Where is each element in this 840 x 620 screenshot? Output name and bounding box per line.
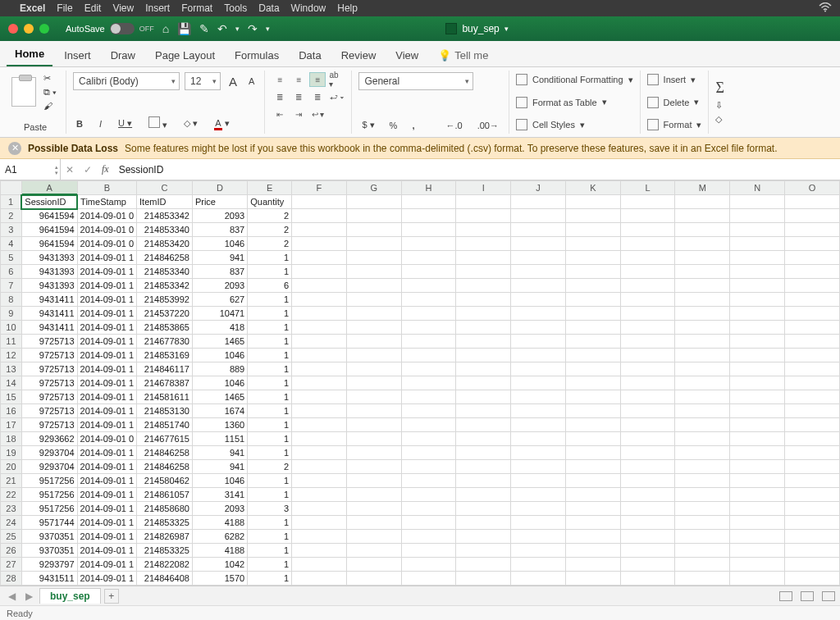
cell[interactable] xyxy=(456,251,511,265)
cell[interactable] xyxy=(565,572,620,586)
cell[interactable]: 418 xyxy=(192,321,247,335)
cell[interactable]: 9431411 xyxy=(21,293,77,307)
cell[interactable] xyxy=(620,572,675,586)
increase-font-icon[interactable]: A xyxy=(226,73,240,90)
cell[interactable] xyxy=(785,418,840,432)
cell[interactable]: 2014-09-01 1 xyxy=(77,279,136,293)
increase-decimal-button[interactable]: ←.0 xyxy=(442,119,465,132)
cell[interactable] xyxy=(292,558,347,572)
cell[interactable] xyxy=(346,335,401,349)
cell[interactable] xyxy=(346,544,401,558)
cell[interactable]: 214853340 xyxy=(137,265,193,279)
cell[interactable]: 2014-09-01 1 xyxy=(77,544,136,558)
cell[interactable]: 1 xyxy=(248,335,292,349)
cell[interactable] xyxy=(565,460,620,474)
cell[interactable]: 214861057 xyxy=(137,488,193,502)
cell[interactable] xyxy=(620,390,675,404)
cell[interactable] xyxy=(730,544,785,558)
cell[interactable]: 2014-09-01 1 xyxy=(77,404,136,418)
cell[interactable] xyxy=(292,446,347,460)
app-name[interactable]: Excel xyxy=(20,2,45,14)
cell[interactable] xyxy=(346,349,401,362)
cell[interactable] xyxy=(675,335,730,349)
column-header[interactable]: O xyxy=(785,181,840,195)
cell[interactable] xyxy=(401,251,456,265)
cell[interactable] xyxy=(730,404,785,418)
cell[interactable]: 214858680 xyxy=(137,502,193,516)
cell[interactable] xyxy=(785,293,840,307)
cell[interactable]: 1 xyxy=(248,349,292,362)
cell[interactable] xyxy=(565,265,620,279)
cell[interactable] xyxy=(620,265,675,279)
cell[interactable] xyxy=(511,223,566,237)
cell[interactable]: 1360 xyxy=(192,418,247,432)
cell[interactable] xyxy=(675,376,730,390)
cell[interactable] xyxy=(730,376,785,390)
tab-home[interactable]: Home xyxy=(7,43,52,66)
cell[interactable] xyxy=(565,251,620,265)
cell[interactable] xyxy=(511,404,566,418)
cell[interactable] xyxy=(675,488,730,502)
cell[interactable] xyxy=(292,195,347,209)
wifi-icon[interactable] xyxy=(819,2,832,15)
cell[interactable] xyxy=(456,195,511,209)
cell[interactable] xyxy=(292,251,347,265)
cell[interactable] xyxy=(675,209,730,223)
cell[interactable] xyxy=(401,307,456,321)
cell[interactable] xyxy=(620,558,675,572)
cell[interactable] xyxy=(511,265,566,279)
cell[interactable]: 2014-09-01 1 xyxy=(77,418,136,432)
cell[interactable] xyxy=(675,265,730,279)
cell[interactable]: 2014-09-01 1 xyxy=(77,572,136,586)
cell[interactable] xyxy=(565,558,620,572)
cell[interactable]: 3141 xyxy=(192,488,247,502)
cell[interactable]: 214826987 xyxy=(137,530,193,544)
merge-icon[interactable]: ⮐ ▾ xyxy=(328,89,345,104)
delete-cells-button[interactable]: Delete ▾ xyxy=(647,97,702,108)
row-header[interactable]: 21 xyxy=(1,474,22,488)
cell[interactable] xyxy=(565,223,620,237)
cell[interactable]: 2014-09-01 1 xyxy=(77,474,136,488)
cell[interactable] xyxy=(565,516,620,530)
cell[interactable] xyxy=(785,432,840,446)
cell[interactable] xyxy=(401,237,456,251)
cell[interactable]: 214846258 xyxy=(137,251,193,265)
cell[interactable] xyxy=(511,558,566,572)
cell[interactable] xyxy=(292,460,347,474)
cell[interactable]: 1 xyxy=(248,376,292,390)
cell[interactable] xyxy=(565,209,620,223)
cell[interactable] xyxy=(511,516,566,530)
cell[interactable] xyxy=(675,293,730,307)
cell[interactable]: 2014-09-01 0 xyxy=(77,209,136,223)
menu-file[interactable]: File xyxy=(57,2,72,14)
cell[interactable] xyxy=(346,488,401,502)
cell[interactable] xyxy=(511,209,566,223)
cell[interactable] xyxy=(346,376,401,390)
cell[interactable] xyxy=(730,209,785,223)
cell[interactable] xyxy=(730,390,785,404)
cell[interactable]: ItemID xyxy=(137,195,193,209)
cut-icon[interactable]: ✂ xyxy=(41,72,59,84)
cell[interactable] xyxy=(511,502,566,516)
row-header[interactable]: 6 xyxy=(1,265,22,279)
format-as-table-button[interactable]: Format as Table ▾ xyxy=(516,97,633,108)
cell[interactable] xyxy=(785,502,840,516)
cell[interactable] xyxy=(675,362,730,376)
cell[interactable] xyxy=(401,223,456,237)
cell[interactable] xyxy=(292,544,347,558)
cell[interactable] xyxy=(292,418,347,432)
cell[interactable] xyxy=(620,321,675,335)
cell[interactable] xyxy=(620,432,675,446)
cell[interactable] xyxy=(675,390,730,404)
cell[interactable]: 941 xyxy=(192,446,247,460)
close-window-button[interactable] xyxy=(8,24,18,34)
menu-help[interactable]: Help xyxy=(337,2,358,14)
cell[interactable] xyxy=(401,544,456,558)
cell[interactable]: 214853992 xyxy=(137,293,193,307)
cell[interactable] xyxy=(565,488,620,502)
cell[interactable] xyxy=(675,516,730,530)
align-middle-icon[interactable]: ≡ xyxy=(290,72,307,87)
view-page-break-icon[interactable] xyxy=(822,591,835,601)
cell[interactable]: 2014-09-01 0 xyxy=(77,223,136,237)
cell[interactable]: 214853340 xyxy=(137,223,193,237)
